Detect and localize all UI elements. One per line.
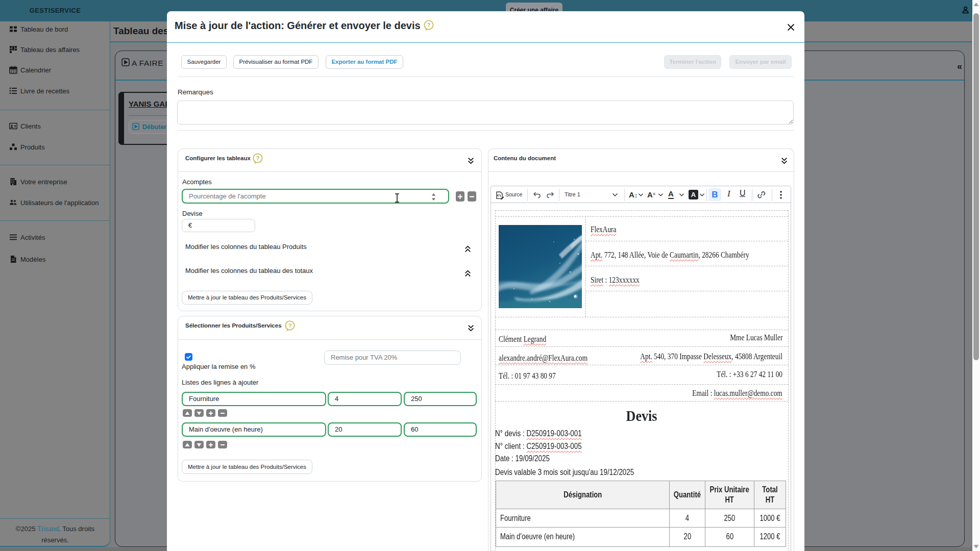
svg-text:?: ? xyxy=(256,155,260,161)
svg-text:?: ? xyxy=(427,22,431,28)
svg-text:?: ? xyxy=(288,322,292,329)
